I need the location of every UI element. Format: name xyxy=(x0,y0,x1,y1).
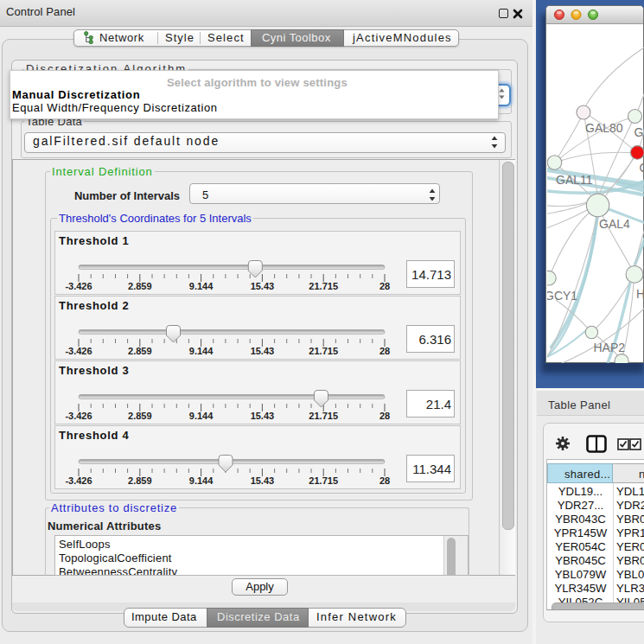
svg-text:GAL11: GAL11 xyxy=(556,173,593,187)
svg-text:28: 28 xyxy=(379,281,390,291)
svg-text:28: 28 xyxy=(379,346,390,356)
svg-text:GAL80: GAL80 xyxy=(585,121,623,135)
svg-text:GCY1: GCY1 xyxy=(547,289,577,303)
svg-text:HIS: HIS xyxy=(636,287,644,301)
svg-text:21.715: 21.715 xyxy=(309,411,338,421)
svg-text:15.43: 15.43 xyxy=(251,346,275,356)
svg-text:15.43: 15.43 xyxy=(251,475,275,486)
svg-text:28: 28 xyxy=(379,475,390,486)
svg-text:2.859: 2.859 xyxy=(128,281,152,291)
svg-text:9.144: 9.144 xyxy=(189,475,214,486)
svg-text:HAP2: HAP2 xyxy=(594,341,626,354)
svg-text:-3.426: -3.426 xyxy=(65,346,92,356)
svg-text:15.43: 15.43 xyxy=(251,281,275,291)
svg-text:21.715: 21.715 xyxy=(309,475,338,486)
svg-text:-3.426: -3.426 xyxy=(65,411,92,421)
svg-text:-3.426: -3.426 xyxy=(65,281,92,291)
svg-text:9.144: 9.144 xyxy=(189,411,214,421)
svg-text:9.144: 9.144 xyxy=(189,346,214,356)
svg-text:GAL: GAL xyxy=(634,125,644,139)
svg-text:2.859: 2.859 xyxy=(128,346,152,356)
svg-text:9.144: 9.144 xyxy=(189,281,214,291)
svg-text:21.715: 21.715 xyxy=(309,281,338,291)
svg-text:CYC: CYC xyxy=(640,161,644,175)
svg-text:15.43: 15.43 xyxy=(251,411,275,421)
svg-text:2.859: 2.859 xyxy=(128,475,152,486)
svg-text:2.859: 2.859 xyxy=(128,411,152,421)
svg-text:-3.426: -3.426 xyxy=(65,475,92,486)
svg-text:21.715: 21.715 xyxy=(309,346,338,356)
svg-text:GAL4: GAL4 xyxy=(599,217,630,231)
svg-text:28: 28 xyxy=(379,411,390,421)
